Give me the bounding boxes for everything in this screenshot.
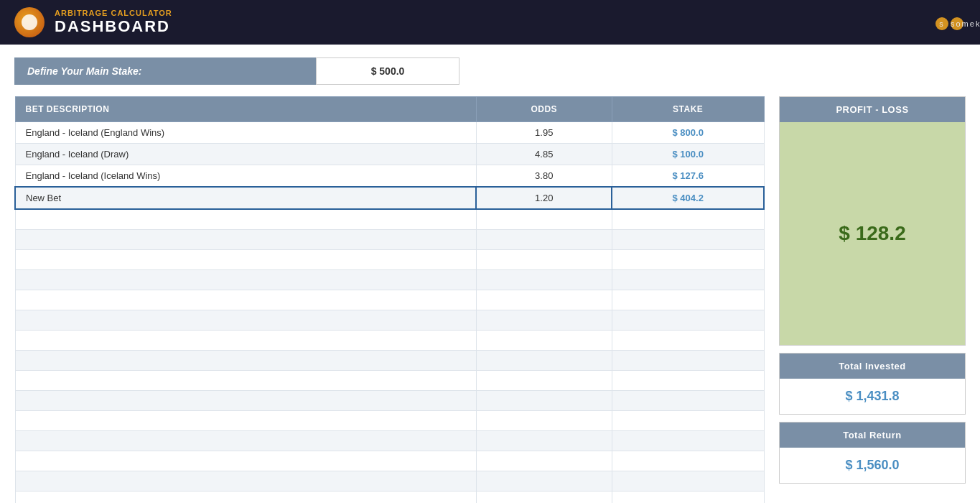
bet-description[interactable]: New Bet bbox=[15, 187, 476, 209]
bet-stake[interactable]: $ 127.6 bbox=[612, 165, 764, 188]
app-title: DASHBOARD bbox=[55, 17, 172, 36]
table-row: England - Iceland (Draw)4.85$ 100.0 bbox=[15, 144, 764, 165]
app-subtitle: ARBITRAGE CALCULATOR bbox=[55, 9, 172, 17]
content-area: BET DESCRIPTION ODDS STAKE England - Ice… bbox=[14, 96, 966, 503]
bet-stake[interactable] bbox=[612, 430, 764, 451]
total-return-card: Total Return $ 1,560.0 bbox=[779, 422, 966, 484]
brand-name: someka bbox=[951, 17, 963, 30]
bet-description[interactable] bbox=[15, 310, 476, 330]
bet-odds[interactable]: 4.85 bbox=[476, 144, 612, 165]
bet-stake[interactable]: $ 800.0 bbox=[612, 122, 764, 144]
total-invested-value: $ 1,431.8 bbox=[845, 389, 899, 403]
bet-odds[interactable] bbox=[476, 390, 612, 410]
table-row: England - Iceland (England Wins)1.95$ 80… bbox=[15, 122, 764, 144]
bet-stake[interactable]: $ 404.2 bbox=[612, 187, 764, 209]
bet-description[interactable] bbox=[15, 430, 476, 451]
bet-stake[interactable] bbox=[612, 330, 764, 350]
bet-stake[interactable] bbox=[612, 390, 764, 410]
bet-description[interactable] bbox=[15, 410, 476, 430]
table-row bbox=[15, 370, 764, 390]
stake-row: Define Your Main Stake: bbox=[14, 57, 966, 85]
bet-odds[interactable]: 1.20 bbox=[476, 187, 612, 209]
profit-loss-header: PROFIT - LOSS bbox=[780, 97, 965, 122]
col-description: BET DESCRIPTION bbox=[15, 97, 476, 122]
bet-stake[interactable] bbox=[612, 451, 764, 471]
stake-label: Define Your Main Stake: bbox=[14, 57, 316, 85]
bet-stake[interactable]: $ 100.0 bbox=[612, 144, 764, 165]
bet-description[interactable]: England - Iceland (Iceland Wins) bbox=[15, 165, 476, 188]
total-invested-header: Total Invested bbox=[780, 354, 965, 379]
bet-description[interactable] bbox=[15, 229, 476, 249]
bet-description[interactable] bbox=[15, 451, 476, 471]
bet-odds[interactable] bbox=[476, 430, 612, 451]
total-return-header: Total Return bbox=[780, 423, 965, 448]
bet-odds[interactable] bbox=[476, 370, 612, 390]
bet-stake[interactable] bbox=[612, 229, 764, 249]
bet-description[interactable] bbox=[15, 370, 476, 390]
total-invested-card: Total Invested $ 1,431.8 bbox=[779, 353, 966, 415]
table-row bbox=[15, 290, 764, 310]
bet-description[interactable] bbox=[15, 269, 476, 290]
brand-logo: ssomeka bbox=[935, 12, 966, 32]
table-row bbox=[15, 451, 764, 471]
bet-description[interactable] bbox=[15, 330, 476, 350]
bet-odds[interactable] bbox=[476, 491, 612, 503]
bet-odds[interactable] bbox=[476, 410, 612, 430]
bet-odds[interactable] bbox=[476, 310, 612, 330]
bet-odds[interactable] bbox=[476, 350, 612, 370]
table-row bbox=[15, 269, 764, 290]
bet-stake[interactable] bbox=[612, 269, 764, 290]
bet-stake[interactable] bbox=[612, 370, 764, 390]
bet-odds[interactable] bbox=[476, 330, 612, 350]
table-row bbox=[15, 310, 764, 330]
bet-stake[interactable] bbox=[612, 249, 764, 269]
bet-stake[interactable] bbox=[612, 310, 764, 330]
table-row bbox=[15, 471, 764, 491]
bet-stake[interactable] bbox=[612, 209, 764, 229]
app-header: ARBITRAGE CALCULATOR DASHBOARD ssomeka bbox=[0, 0, 980, 45]
bet-stake[interactable] bbox=[612, 350, 764, 370]
bet-description[interactable] bbox=[15, 491, 476, 503]
bet-odds[interactable] bbox=[476, 269, 612, 290]
main-content: Define Your Main Stake: BET DESCRIPTION … bbox=[0, 45, 980, 503]
bet-odds[interactable] bbox=[476, 249, 612, 269]
table-row bbox=[15, 390, 764, 410]
total-return-body: $ 1,560.0 bbox=[780, 448, 965, 483]
app-logo bbox=[14, 7, 45, 37]
total-invested-body: $ 1,431.8 bbox=[780, 379, 965, 414]
profit-loss-body: $ 128.2 bbox=[780, 122, 965, 345]
bet-odds[interactable] bbox=[476, 229, 612, 249]
bet-description[interactable] bbox=[15, 390, 476, 410]
col-odds: ODDS bbox=[476, 97, 612, 122]
bet-stake[interactable] bbox=[612, 290, 764, 310]
table-row bbox=[15, 491, 764, 503]
logo-inner bbox=[22, 14, 37, 30]
bet-odds[interactable] bbox=[476, 451, 612, 471]
bet-odds[interactable] bbox=[476, 209, 612, 229]
bet-odds[interactable]: 1.95 bbox=[476, 122, 612, 144]
bets-table: BET DESCRIPTION ODDS STAKE England - Ice… bbox=[14, 96, 765, 503]
bet-description[interactable]: England - Iceland (Draw) bbox=[15, 144, 476, 165]
stake-input[interactable] bbox=[316, 57, 459, 85]
bet-stake[interactable] bbox=[612, 410, 764, 430]
bet-description[interactable] bbox=[15, 209, 476, 229]
bet-odds[interactable] bbox=[476, 471, 612, 491]
bet-description[interactable] bbox=[15, 350, 476, 370]
col-stake: STAKE bbox=[612, 97, 764, 122]
bet-stake[interactable] bbox=[612, 491, 764, 503]
bet-description[interactable] bbox=[15, 471, 476, 491]
table-wrapper: BET DESCRIPTION ODDS STAKE England - Ice… bbox=[14, 96, 765, 503]
header-left: ARBITRAGE CALCULATOR DASHBOARD bbox=[14, 7, 172, 37]
profit-loss-card: PROFIT - LOSS $ 128.2 bbox=[779, 96, 966, 346]
bet-odds[interactable]: 3.80 bbox=[476, 165, 612, 188]
table-row: New Bet1.20$ 404.2 bbox=[15, 187, 764, 209]
bet-stake[interactable] bbox=[612, 471, 764, 491]
bet-odds[interactable] bbox=[476, 290, 612, 310]
bet-description[interactable] bbox=[15, 249, 476, 269]
bet-description[interactable]: England - Iceland (England Wins) bbox=[15, 122, 476, 144]
table-row bbox=[15, 410, 764, 430]
brand-icon: s bbox=[935, 17, 948, 30]
table-row bbox=[15, 430, 764, 451]
table-row: England - Iceland (Iceland Wins)3.80$ 12… bbox=[15, 165, 764, 188]
bet-description[interactable] bbox=[15, 290, 476, 310]
